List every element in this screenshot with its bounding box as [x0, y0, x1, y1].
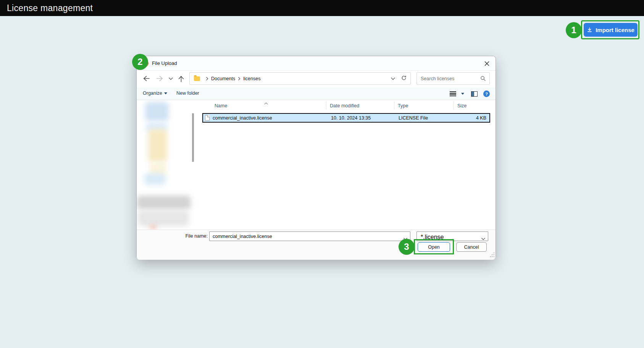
dialog-navbar: Documents licenses — [137, 71, 496, 87]
chevron-down-icon — [481, 235, 485, 242]
sidebar-blur-blob — [137, 196, 191, 209]
page-title: License management — [7, 3, 93, 13]
step-badge-2: 2 — [132, 54, 148, 70]
search-input[interactable] — [417, 73, 474, 84]
sidebar-blur-blob — [144, 173, 166, 185]
file-upload-dialog: File Upload Documents licenses — [136, 56, 496, 259]
search-box — [416, 72, 490, 85]
file-name-label: File name: — [175, 233, 208, 239]
dialog-command-bar: Organize New folder ? — [137, 87, 496, 100]
file-row-selected[interactable]: commercial_inactive.license 10. 10. 2024… — [202, 113, 490, 123]
refresh-icon[interactable] — [401, 75, 407, 82]
forward-icon[interactable] — [156, 75, 163, 82]
address-bar[interactable]: Documents licenses — [189, 72, 411, 85]
app-header: License management — [0, 0, 644, 16]
step-badge-3: 3 — [399, 239, 415, 255]
organize-label: Organize — [143, 91, 162, 96]
file-browser-content: Name Date modified Type Size commercial_… — [137, 100, 496, 230]
folder-icon — [194, 76, 200, 81]
new-folder-label: New folder — [176, 91, 199, 96]
sidebar-blur-blob — [150, 226, 156, 228]
breadcrumb-chevron-icon — [206, 77, 208, 81]
column-header-date-modified[interactable]: Date modified — [330, 100, 359, 111]
back-icon[interactable] — [143, 75, 150, 82]
recent-locations-chevron-icon[interactable] — [169, 77, 173, 80]
file-date-modified: 10. 10. 2024 13:35 — [331, 115, 371, 121]
view-list-icon[interactable] — [450, 91, 456, 96]
file-type: LICENSE File — [399, 115, 428, 121]
column-header-size[interactable]: Size — [457, 100, 466, 111]
sidebar-scrollbar[interactable] — [192, 113, 194, 162]
file-name: commercial_inactive.license — [213, 115, 272, 121]
sort-ascending-icon — [264, 100, 268, 106]
sidebar-blur-blob — [138, 210, 189, 226]
preview-pane-icon[interactable] — [471, 91, 478, 97]
breadcrumb-item-licenses[interactable]: licenses — [243, 76, 260, 81]
sidebar-blur-blob — [148, 129, 167, 162]
file-name-combo — [209, 231, 410, 241]
column-divider — [394, 101, 394, 110]
dialog-title: File Upload — [152, 60, 177, 66]
dialog-titlebar: File Upload — [137, 56, 496, 71]
search-icon — [480, 76, 486, 83]
annotation-box-step1 — [581, 20, 639, 39]
column-header-name[interactable]: Name — [215, 100, 227, 111]
step-badge-1: 1 — [566, 22, 582, 38]
annotation-box-step3 — [414, 239, 454, 254]
address-dropdown-chevron-icon[interactable] — [391, 76, 395, 81]
view-options-chevron-icon[interactable] — [461, 93, 464, 95]
cancel-button[interactable]: Cancel — [456, 242, 487, 252]
close-icon[interactable] — [483, 60, 490, 67]
help-icon[interactable]: ? — [483, 91, 490, 97]
file-name-input[interactable] — [210, 232, 399, 241]
breadcrumb-item-documents[interactable]: Documents — [211, 76, 235, 81]
sidebar-blur-blob — [145, 102, 169, 121]
organize-menu[interactable]: Organize — [143, 91, 167, 96]
up-icon[interactable] — [178, 75, 184, 83]
column-divider — [326, 101, 326, 110]
column-divider — [454, 101, 454, 110]
new-folder-button[interactable]: New folder — [176, 91, 199, 96]
resize-grip[interactable] — [490, 253, 495, 257]
column-header-type[interactable]: Type — [398, 100, 408, 111]
chevron-down-icon — [164, 92, 167, 94]
file-icon — [205, 115, 210, 121]
breadcrumb-chevron-icon — [238, 77, 240, 81]
file-size: 4 KB — [476, 115, 486, 121]
